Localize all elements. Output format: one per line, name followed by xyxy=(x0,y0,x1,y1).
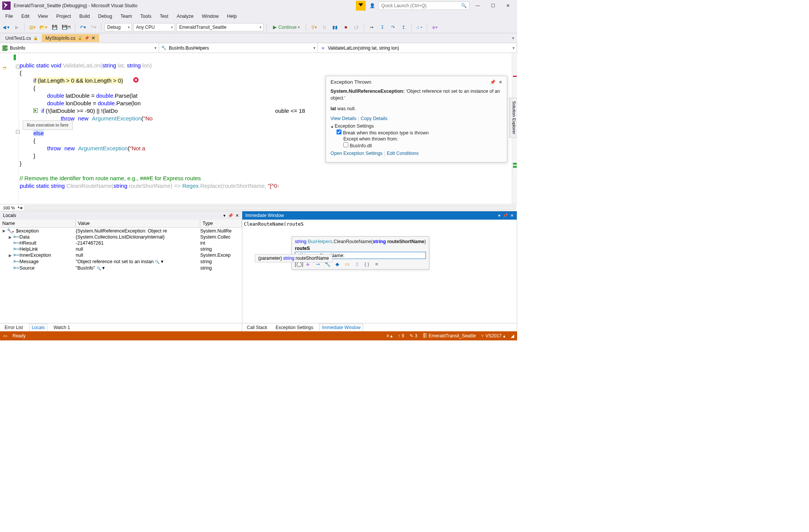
run-to-click-icon[interactable] xyxy=(33,108,38,113)
save-button[interactable]: 💾 xyxy=(50,23,59,32)
menu-team[interactable]: Team xyxy=(117,12,136,20)
menu-build[interactable]: Build xyxy=(75,12,94,20)
pin-icon[interactable]: 📌 xyxy=(503,213,508,218)
close-button[interactable]: ✕ xyxy=(501,1,515,11)
solution-explorer-tab[interactable]: Solution Explorer xyxy=(509,98,517,138)
pin-icon[interactable]: 📌 xyxy=(84,36,89,40)
dropdown-icon[interactable]: ▾ xyxy=(498,213,500,218)
menu-debug[interactable]: Debug xyxy=(94,12,116,20)
tab-error-list[interactable]: Error List xyxy=(2,324,25,331)
locals-row[interactable]: 🔧 HResult-2147467261 int xyxy=(0,240,242,246)
magnifier-icon[interactable] xyxy=(97,265,101,271)
locals-row[interactable]: ▶🔧 InnerExceptionnull System.Excep xyxy=(0,252,242,258)
col-name[interactable]: Name xyxy=(0,220,76,227)
config-combo[interactable]: Debug xyxy=(104,23,132,31)
close-tab-icon[interactable]: ✕ xyxy=(91,35,95,41)
tab-call-stack[interactable]: Call Stack xyxy=(245,324,270,331)
status-changes[interactable]: ↑ 9 xyxy=(398,333,404,339)
open-exc-settings-link[interactable]: Open Exception Settings xyxy=(330,151,383,156)
restart-button[interactable]: ⭯ xyxy=(352,23,361,32)
copy-details-link[interactable]: Copy Details xyxy=(361,116,388,121)
feedback-icon[interactable]: 👤 xyxy=(367,1,377,11)
tab-watch1[interactable]: Watch 1 xyxy=(51,324,72,331)
stop-button[interactable]: ■ xyxy=(341,23,350,32)
nav-fwd-button[interactable]: ▶ xyxy=(12,23,21,32)
editor-hscroll[interactable] xyxy=(25,206,516,210)
redo-button[interactable]: ↷▾ xyxy=(89,23,98,32)
notifications-icon[interactable] xyxy=(356,1,366,11)
edit-conditions-link[interactable]: Edit Conditions xyxy=(387,151,419,156)
immediate-body[interactable]: CleanRouteName(routeS (parameter) string… xyxy=(242,220,517,323)
show-next-button[interactable]: ➙ xyxy=(367,23,376,32)
pin-icon[interactable]: 📌 xyxy=(228,213,233,218)
open-file-button[interactable]: 📂▾ xyxy=(38,23,48,32)
locals-row[interactable]: 🔧 Message"Object reference not set to an… xyxy=(0,258,242,265)
break-checkbox[interactable] xyxy=(337,129,341,134)
menu-project[interactable]: Project xyxy=(53,12,75,20)
pause-button[interactable]: ▮▮ xyxy=(330,23,340,32)
locals-row[interactable]: ▶🔧● $exception{System.NullReferenceExcep… xyxy=(0,228,242,234)
new-project-button[interactable]: ▥▾ xyxy=(28,23,37,32)
immediate-title-bar[interactable]: Immediate Window ▾📌✕ xyxy=(242,211,517,220)
app-insights[interactable]: ◈▾ xyxy=(430,23,439,32)
menu-test[interactable]: Test xyxy=(156,12,172,20)
nav-back-button[interactable]: ◀ ▾ xyxy=(2,23,11,32)
continue-button[interactable]: ▶Continue▾ xyxy=(270,24,303,30)
error-icon[interactable] xyxy=(133,77,139,83)
status-resize-grip[interactable]: ◢ xyxy=(511,333,514,339)
tab-immediate[interactable]: Immediate Window xyxy=(319,324,363,331)
maximize-button[interactable]: ☐ xyxy=(486,1,500,11)
menu-file[interactable]: File xyxy=(2,12,17,20)
save-all-button[interactable]: 💾💾 xyxy=(61,23,72,32)
menu-tools[interactable]: Tools xyxy=(137,12,155,20)
locals-row[interactable]: 🔧 Source"BusInfo" ▾string xyxy=(0,265,242,271)
nav-member-combo[interactable]: ◈ValidateLatLon(string lat, string lon) xyxy=(318,43,517,53)
immediate-title: Immediate Window xyxy=(245,213,284,218)
exc-settings-title[interactable]: Exception Settings xyxy=(335,123,374,129)
step-into-button[interactable]: ↧ xyxy=(378,23,387,32)
status-repo[interactable]: 🗄 EmeraldTransit_Seattle xyxy=(422,333,476,339)
menu-analyze[interactable]: Analyze xyxy=(173,12,197,20)
tab-overflow-icon[interactable]: ▾ xyxy=(512,36,514,40)
platform-combo[interactable]: Any CPU xyxy=(133,23,175,31)
locals-title-bar[interactable]: Locals ▾📌✕ xyxy=(0,211,242,220)
close-icon[interactable]: ✕ xyxy=(235,213,239,218)
tab-exception-settings[interactable]: Exception Settings xyxy=(273,324,315,331)
status-edit[interactable]: ✎ 3 xyxy=(410,333,418,339)
nav-project-combo[interactable]: C#BusInfo xyxy=(0,43,159,53)
close-icon[interactable]: ✕ xyxy=(510,213,514,218)
startup-combo[interactable]: EmeraldTransit_Seattle xyxy=(176,23,263,31)
exception-title: Exception Thrown xyxy=(330,79,371,85)
tab-mystopinfo[interactable]: MyStopInfo.cs🔒📌✕ xyxy=(42,34,99,42)
zoom-combo[interactable]: 100 % xyxy=(2,206,19,210)
module-checkbox[interactable] xyxy=(343,142,348,147)
view-details-link[interactable]: View Details xyxy=(330,116,357,121)
break-all-button[interactable]: ⚲▾ xyxy=(309,23,318,32)
step-over-button[interactable]: ↷ xyxy=(388,23,397,32)
immediate-input[interactable]: CleanRouteName(routeS xyxy=(244,221,515,227)
pin-icon[interactable]: 📌 xyxy=(490,80,496,85)
step-out-button[interactable]: ↥ xyxy=(399,23,408,32)
menu-view[interactable]: View xyxy=(34,12,52,20)
menu-window[interactable]: Window xyxy=(198,12,222,20)
tab-locals[interactable]: Locals xyxy=(29,324,48,331)
menu-help[interactable]: Help xyxy=(223,12,241,20)
col-type[interactable]: Type xyxy=(200,220,242,227)
tab-unittest[interactable]: UnitTest1.cs🔒 xyxy=(2,34,42,42)
magnifier-icon[interactable] xyxy=(155,259,159,264)
locals-row[interactable]: 🔧 HelpLinknull string xyxy=(0,246,242,252)
locals-grid[interactable]: Name Value Type ▶🔧● $exception{System.Nu… xyxy=(0,220,242,323)
hex-toggle[interactable]: ⁝⁝ xyxy=(320,23,329,32)
menu-edit[interactable]: Edit xyxy=(17,12,33,20)
quick-launch-input[interactable]: Quick Launch (Ctrl+Q) 🔍 xyxy=(379,2,469,10)
dropdown-icon[interactable]: ▾ xyxy=(223,213,226,218)
close-icon[interactable]: ✕ xyxy=(499,80,502,85)
nav-class-combo[interactable]: 🔧BusInfo.BusHelpers xyxy=(159,43,318,53)
live-visual-tree[interactable]: ⛬▾ xyxy=(415,23,424,32)
minimize-button[interactable]: — xyxy=(471,1,485,11)
status-branch[interactable]: ⑂ VS2017 ▴ xyxy=(481,333,505,339)
locals-row[interactable]: ▶🔧 Data{System.Collections.ListDictionar… xyxy=(0,234,242,240)
undo-button[interactable]: ↶▾ xyxy=(78,23,87,32)
col-value[interactable]: Value xyxy=(76,220,200,227)
status-publish[interactable]: ≡ ▴ xyxy=(387,333,393,339)
